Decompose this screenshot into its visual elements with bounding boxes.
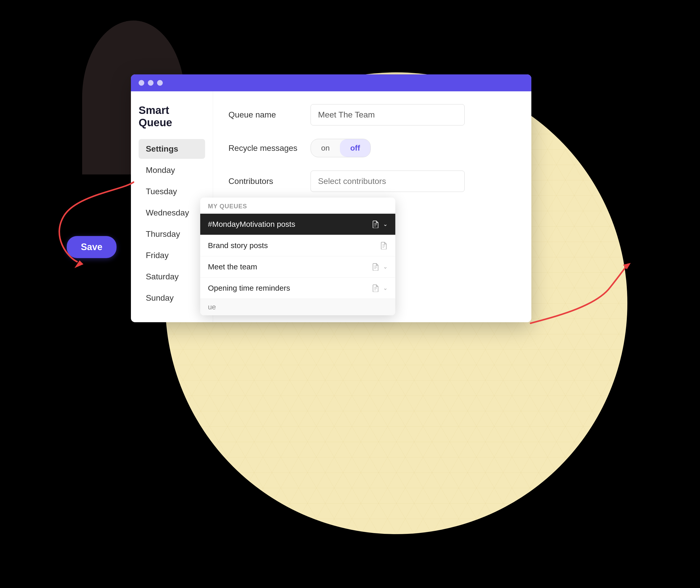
recycle-toggle: on off <box>310 139 371 157</box>
doc-icon <box>372 220 380 229</box>
queue-item-opening-time[interactable]: Opening time reminders ⌄ <box>200 277 395 299</box>
recycle-messages-label: Recycle messages <box>228 143 300 153</box>
queue-item-label: #MondayMotivation posts <box>208 220 372 229</box>
queue-name-input[interactable] <box>310 104 465 125</box>
doc-icon <box>372 262 380 271</box>
queue-item-meet-team[interactable]: Meet the team ⌄ <box>200 256 395 277</box>
arrow-left-icon <box>26 169 154 272</box>
queue-item-label: Meet the team <box>208 262 372 271</box>
doc-icon <box>380 241 388 250</box>
toggle-on[interactable]: on <box>311 139 340 157</box>
queue-item-icons: ⌄ <box>372 284 388 292</box>
sidebar-item-settings[interactable]: Settings <box>139 139 205 159</box>
chevron-down-icon: ⌄ <box>383 263 388 270</box>
queue-item-icons <box>380 241 388 250</box>
contributors-input[interactable] <box>310 171 465 192</box>
arrow-right-icon <box>523 262 638 339</box>
contributors-label: Contributors <box>228 177 300 186</box>
recycle-messages-row: Recycle messages on off <box>228 139 516 157</box>
contributors-row: Contributors <box>228 171 516 192</box>
traffic-light-1 <box>139 80 144 86</box>
browser-titlebar <box>131 74 531 91</box>
page-title: Smart Queue <box>139 104 205 129</box>
sidebar-item-sunday[interactable]: Sunday <box>139 288 205 308</box>
queue-item-icons: ⌄ <box>372 220 388 229</box>
queue-item-label: Opening time reminders <box>208 284 372 292</box>
doc-icon <box>372 284 380 292</box>
dropdown-section-label: MY QUEUES <box>200 198 395 213</box>
toggle-off[interactable]: off <box>340 139 370 157</box>
chevron-down-icon: ⌄ <box>383 221 388 228</box>
queue-item-brand-story[interactable]: Brand story posts <box>200 235 395 256</box>
queue-item-label: Brand story posts <box>208 241 380 250</box>
traffic-light-3 <box>157 80 163 86</box>
partial-queue-text: ue <box>200 299 395 315</box>
queue-item-monday-motivation[interactable]: #MondayMotivation posts ⌄ <box>200 213 395 235</box>
queue-item-icons: ⌄ <box>372 262 388 271</box>
queue-name-label: Queue name <box>228 110 300 120</box>
chevron-down-icon: ⌄ <box>383 285 388 291</box>
queues-dropdown: MY QUEUES #MondayMotivation posts ⌄ Bran… <box>200 198 395 315</box>
queue-name-row: Queue name <box>228 104 516 125</box>
traffic-light-2 <box>148 80 153 86</box>
